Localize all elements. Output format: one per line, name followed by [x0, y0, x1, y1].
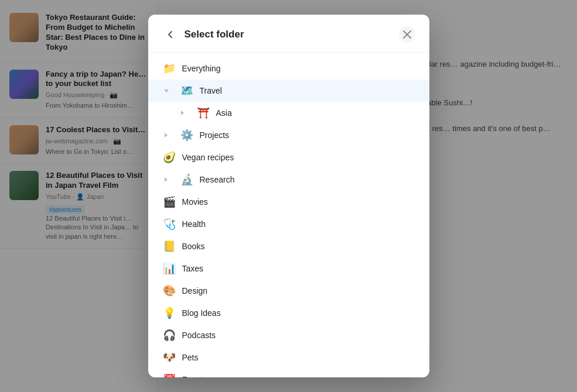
- folder-icon: ⚙️: [180, 129, 194, 142]
- folder-item-health[interactable]: 🩺 Health: [148, 213, 429, 235]
- folder-item-vegan[interactable]: 🥑 Vegan recipes: [148, 146, 429, 169]
- modal-header: Select folder: [148, 15, 429, 53]
- folder-label: Events: [182, 375, 415, 377]
- select-folder-modal: Select folder 📁 Everything 🗺️ Travel: [148, 15, 429, 377]
- folder-item-podcasts[interactable]: 🎧 Podcasts: [148, 324, 429, 346]
- folder-icon: ⛩️: [196, 106, 210, 119]
- folder-icon: 🎬: [162, 195, 176, 208]
- expand-icon: [162, 174, 174, 185]
- folder-label: Everything: [182, 64, 415, 73]
- folder-item-projects[interactable]: ⚙️ Projects: [148, 124, 429, 146]
- back-button[interactable]: [162, 26, 179, 43]
- folder-icon: 📊: [162, 262, 176, 275]
- folder-label: Design: [182, 286, 415, 295]
- folder-icon: 📁: [162, 62, 176, 75]
- folder-item-taxes[interactable]: 📊 Taxes: [148, 257, 429, 280]
- folder-item-pets[interactable]: 🐶 Pets: [148, 346, 429, 369]
- modal-title: Select folder: [185, 29, 244, 40]
- folder-icon: 🐶: [162, 351, 176, 364]
- folder-label: Health: [182, 219, 415, 229]
- folder-item-events[interactable]: 📅 Events: [148, 369, 429, 377]
- folder-label: Pets: [182, 353, 415, 362]
- folder-label: Vegan recipes: [182, 153, 415, 162]
- folder-icon: 🩺: [162, 218, 176, 231]
- folder-label: Research: [200, 175, 415, 184]
- modal-overlay[interactable]: Select folder 📁 Everything 🗺️ Travel: [0, 0, 577, 392]
- folder-item-blog[interactable]: 💡 Blog Ideas: [148, 302, 429, 324]
- folder-icon: 🗺️: [180, 84, 194, 97]
- folder-label: Blog Ideas: [182, 308, 415, 318]
- expand-icon: [179, 107, 190, 119]
- folder-item-asia[interactable]: ⛩️ Asia: [148, 102, 429, 124]
- folder-label: Asia: [216, 108, 415, 118]
- folder-item-research[interactable]: 🔬 Research: [148, 169, 429, 191]
- folder-icon: 💡: [162, 307, 176, 319]
- folder-list: 📁 Everything 🗺️ Travel ⛩️ Asia: [148, 53, 429, 377]
- folder-label: Taxes: [182, 264, 415, 273]
- folder-item-design[interactable]: 🎨 Design: [148, 280, 429, 302]
- expand-icon: [162, 129, 174, 141]
- folder-label: Movies: [182, 197, 415, 207]
- folder-label: Projects: [200, 130, 415, 140]
- folder-icon: 🥑: [162, 151, 176, 164]
- folder-label: Books: [182, 242, 415, 251]
- folder-item-everything[interactable]: 📁 Everything: [148, 57, 429, 80]
- folder-icon: 🎨: [162, 284, 176, 297]
- expand-icon: [162, 85, 174, 97]
- close-button[interactable]: [399, 26, 415, 43]
- folder-icon: 🔬: [180, 173, 194, 186]
- folder-icon: 🎧: [162, 329, 176, 342]
- folder-label: Podcasts: [182, 331, 415, 340]
- folder-item-books[interactable]: 📒 Books: [148, 235, 429, 257]
- folder-item-movies[interactable]: 🎬 Movies: [148, 191, 429, 213]
- folder-icon: 📅: [162, 373, 176, 377]
- folder-label: Travel: [200, 86, 415, 95]
- folder-item-travel[interactable]: 🗺️ Travel: [148, 80, 429, 102]
- folder-icon: 📒: [162, 240, 176, 253]
